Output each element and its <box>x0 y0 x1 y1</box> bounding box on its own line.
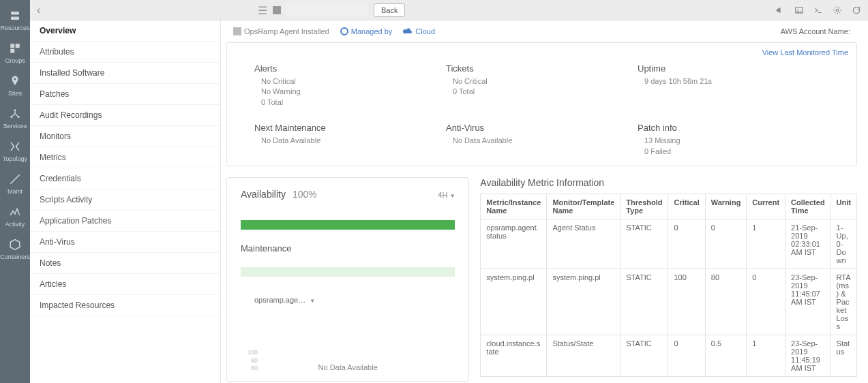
availability-bar <box>241 220 455 230</box>
table-row: cloud.instance.stateStatus/StateSTATIC00… <box>481 335 857 377</box>
chevron-down-icon: ▼ <box>310 298 315 304</box>
rail-activity[interactable]: Activity <box>0 202 30 234</box>
view-last-monitored-link[interactable]: View Last Monitored Time <box>762 48 848 57</box>
rail-label: Groups <box>5 57 25 64</box>
resource-title <box>286 4 368 16</box>
svg-point-5 <box>14 109 16 111</box>
stat-title: Tickets <box>446 63 638 74</box>
sidebar-item-attributes[interactable]: Attributes <box>30 42 220 63</box>
tag-cloud: Cloud <box>403 27 435 35</box>
box-icon <box>9 239 21 251</box>
hamburger-icon[interactable]: ☰ <box>258 4 267 17</box>
metric-selector-value: opsramp.age… <box>254 296 305 304</box>
cell: 0.5 <box>705 335 747 377</box>
svg-rect-2 <box>10 44 14 48</box>
announce-icon[interactable] <box>775 5 785 15</box>
sidebar-item-overview[interactable]: Overview <box>30 20 220 42</box>
rail-label: Resources <box>0 25 29 31</box>
chevron-down-icon: ▼ <box>449 193 455 199</box>
cell: STATIC <box>620 269 668 335</box>
cell: RTA(ms) & Packet Loss <box>830 269 856 335</box>
cell: 1-Up, 0-Down <box>830 219 856 269</box>
availability-percent: 100% <box>293 189 317 200</box>
sidebar-item-articles[interactable]: Articles <box>30 274 220 295</box>
metric-table-title: Availability Metric Information <box>480 177 857 188</box>
stat-line: 13 Missing <box>638 136 829 146</box>
cell: STATIC <box>620 219 668 269</box>
stat-line: No Critical <box>446 76 638 87</box>
rail-containers[interactable]: Containers <box>0 234 30 267</box>
sidebar-item-notes[interactable]: Notes <box>30 253 220 274</box>
sidebar-item-installed-software[interactable]: Installed Software <box>30 63 220 84</box>
stat-antivirus: Anti-Virus No Data Available <box>446 123 638 157</box>
col-header: Warning <box>705 194 747 219</box>
cell: Status/State <box>547 335 620 377</box>
refresh-icon[interactable] <box>852 5 861 15</box>
stat-title: Uptime <box>638 63 829 74</box>
cell: opsramp.agent.status <box>481 219 547 269</box>
services-icon <box>9 108 21 120</box>
sidebar-item-monitors[interactable]: Monitors <box>30 126 220 147</box>
time-range-selector[interactable]: 4H▼ <box>438 191 455 199</box>
back-button[interactable]: Back <box>374 3 405 17</box>
rail-resources[interactable]: Resources <box>0 5 30 38</box>
image-icon[interactable] <box>794 5 804 15</box>
rail-services[interactable]: Services <box>0 104 30 136</box>
sidebar-item-impacted-resources[interactable]: Impacted Resources <box>30 295 220 316</box>
rail-label: Topology <box>3 155 27 162</box>
stat-title: Patch info <box>638 123 829 133</box>
main-content: OpsRamp Agent Installed Managed by Cloud… <box>221 20 868 383</box>
activity-icon <box>9 206 21 218</box>
resource-color-square <box>273 6 281 14</box>
gear-icon[interactable] <box>833 5 842 15</box>
sidebar-item-metrics[interactable]: Metrics <box>30 147 220 168</box>
sidebar-item-credentials[interactable]: Credentials <box>30 168 220 189</box>
cell: 1 <box>747 219 785 269</box>
sidebar-item-audit-recordings[interactable]: Audit Recordings <box>30 105 220 126</box>
svg-point-10 <box>836 9 839 12</box>
groups-icon <box>9 42 21 55</box>
cloud-icon <box>403 28 413 35</box>
sidebar-item-application-patches[interactable]: Application Patches <box>30 211 220 232</box>
cell: 80 <box>705 269 747 335</box>
resource-tagbar: OpsRamp Agent Installed Managed by Cloud… <box>226 20 857 42</box>
cell: cloud.instance.state <box>481 335 547 377</box>
col-header: Current <box>747 194 785 219</box>
tag-agent: OpsRamp Agent Installed <box>233 27 329 35</box>
cell: Agent Status <box>547 219 620 269</box>
sidebar-item-scripts-activity[interactable]: Scripts Activity <box>30 189 220 211</box>
maintenance-title: Maintenance <box>241 243 455 254</box>
stat-line: No Data Available <box>446 136 638 146</box>
stat-line: No Warning <box>254 87 446 97</box>
rail-maint[interactable]: Maint <box>0 169 30 202</box>
cell: 21-Sep-2019 02:33:01 AM IST <box>785 219 831 269</box>
stat-uptime: Uptime 9 days 10h 56m 21s <box>638 63 829 108</box>
terminal-icon[interactable] <box>813 5 823 15</box>
tag-managed-label: Managed by <box>351 27 393 35</box>
cell: 0 <box>668 335 705 377</box>
cell: Status <box>830 335 856 377</box>
stat-line: 9 days 10h 56m 21s <box>638 76 829 87</box>
tag-managed[interactable]: Managed by <box>340 27 393 35</box>
rail-topology[interactable]: Topology <box>0 136 30 169</box>
sidebar-item-anti-virus[interactable]: Anti-Virus <box>30 232 220 253</box>
nodata-message: No Data Available <box>227 363 468 371</box>
stat-line: 0 Total <box>446 87 638 97</box>
col-header: Unit <box>830 194 856 219</box>
back-chevron[interactable]: ‹ <box>37 4 40 16</box>
cell: system.ping.pl <box>547 269 620 335</box>
metric-selector[interactable]: opsramp.age… ▼ <box>241 296 455 304</box>
table-row: opsramp.agent.statusAgent StatusSTATIC00… <box>481 219 857 269</box>
cell: 0 <box>705 219 747 269</box>
col-header: Collected Time <box>785 194 831 219</box>
sidebar-item-patches[interactable]: Patches <box>30 84 220 105</box>
tools-icon <box>9 173 21 185</box>
tag-agent-label: OpsRamp Agent Installed <box>244 27 329 35</box>
cell: 0 <box>747 269 785 335</box>
cell: STATIC <box>620 335 668 377</box>
rail-groups[interactable]: Groups <box>0 38 30 71</box>
pin-icon <box>9 75 21 87</box>
rail-label: Activity <box>5 221 25 228</box>
rail-sites[interactable]: Sites <box>0 71 30 104</box>
rail-label: Sites <box>8 90 22 97</box>
